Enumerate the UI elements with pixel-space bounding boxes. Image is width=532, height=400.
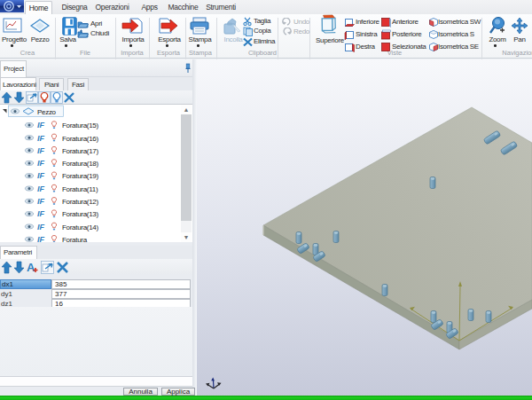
svg-text:Foratura(17): Foratura(17) — [62, 147, 98, 155]
svg-text:IF: IF — [37, 121, 45, 129]
svg-text:IF: IF — [37, 184, 45, 193]
svg-text:Foratura(13): Foratura(13) — [62, 210, 98, 218]
svg-text:A: A — [27, 261, 35, 274]
svg-text:IF: IF — [37, 171, 45, 180]
svg-text:Foratura: Foratura — [62, 236, 88, 242]
svg-text:Foratura(16): Foratura(16) — [62, 135, 98, 143]
svg-text:IF: IF — [37, 134, 45, 143]
svg-text:Foratura(19): Foratura(19) — [62, 172, 98, 180]
svg-text:IF: IF — [37, 223, 45, 231]
svg-text:Foratura(14): Foratura(14) — [62, 224, 98, 231]
svg-text:Pezzo: Pezzo — [37, 108, 57, 116]
svg-text:IF: IF — [37, 197, 45, 206]
svg-text:Foratura(11): Foratura(11) — [62, 185, 98, 193]
svg-text:Foratura(18): Foratura(18) — [62, 160, 98, 168]
svg-text:Foratura(12): Foratura(12) — [62, 198, 98, 206]
svg-text:IF: IF — [37, 159, 45, 168]
svg-text:IF: IF — [37, 209, 45, 218]
svg-text:Foratura(15): Foratura(15) — [62, 122, 98, 129]
svg-text:IF: IF — [37, 146, 45, 155]
svg-text:IF: IF — [37, 235, 45, 242]
